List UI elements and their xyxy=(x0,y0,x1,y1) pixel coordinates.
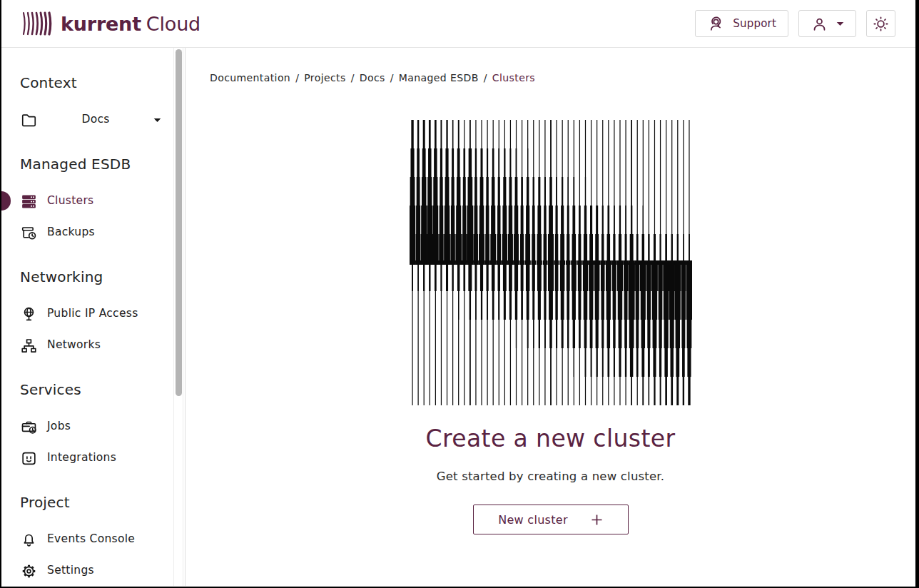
main-content: Documentation/Projects/Docs/Managed ESDB… xyxy=(186,48,915,586)
sidebar-section-context: Context Docs xyxy=(20,74,163,131)
breadcrumb-item-documentation[interactable]: Documentation xyxy=(210,72,290,83)
mic-dot xyxy=(718,24,720,26)
context-selector-label: Docs xyxy=(47,114,144,126)
sidebar-section-managed-esdb: Managed ESDB Clusters xyxy=(20,155,163,243)
section-heading-services: Services xyxy=(20,380,163,399)
sidebar-item-settings[interactable]: Settings xyxy=(20,560,163,582)
user-menu-button[interactable] xyxy=(798,10,856,37)
breadcrumb-item-docs[interactable]: Docs xyxy=(360,72,385,83)
header-actions: Support xyxy=(695,10,895,37)
breadcrumb-separator: / xyxy=(390,72,394,83)
outlet-icon xyxy=(20,450,38,467)
folder-icon xyxy=(20,111,38,129)
plus-icon xyxy=(591,514,603,526)
globe-stand-icon xyxy=(20,305,38,323)
breadcrumb-item-projects[interactable]: Projects xyxy=(304,72,345,83)
logo-product-word: Cloud xyxy=(146,13,200,35)
section-heading-networking: Networking xyxy=(20,268,163,286)
context-selector-docs[interactable]: Docs xyxy=(20,109,161,131)
section-heading-managed-esdb: Managed ESDB xyxy=(20,155,163,173)
theme-toggle-button[interactable] xyxy=(866,10,895,37)
sidebar-item-label: Jobs xyxy=(47,421,71,432)
sidebar-item-label: Public IP Access xyxy=(47,308,138,320)
briefcase-clock-icon xyxy=(20,418,38,436)
section-heading-context: Context xyxy=(20,74,163,92)
chevron-down-icon xyxy=(836,21,844,26)
logo-text: kurrentCloud xyxy=(61,13,200,35)
network-tree-icon xyxy=(20,337,38,355)
app-header: kurrentCloud Support xyxy=(1,0,915,48)
sidebar-section-project: Project Events Console Setting xyxy=(20,493,163,582)
chevron-down-icon xyxy=(153,118,161,123)
clusters-icon xyxy=(20,193,38,211)
sidebar-item-integrations[interactable]: Integrations xyxy=(20,447,163,469)
sidebar-item-label: Settings xyxy=(47,565,94,577)
barcode-wave-illustration xyxy=(410,119,692,406)
section-heading-project: Project xyxy=(20,493,163,512)
sun-icon xyxy=(872,15,890,33)
active-indicator xyxy=(1,191,11,211)
logo-brand-word: kurrent xyxy=(61,13,141,35)
sidebar-item-label: Backups xyxy=(47,227,95,238)
sidebar-section-services: Services Jobs Integration xyxy=(20,380,163,469)
breadcrumb: Documentation/Projects/Docs/Managed ESDB… xyxy=(210,72,915,83)
bell-icon xyxy=(20,531,38,549)
sidebar-item-label: Clusters xyxy=(47,196,94,207)
sidebar-item-events-console[interactable]: Events Console xyxy=(20,529,163,550)
new-cluster-button[interactable]: New cluster xyxy=(473,505,629,534)
breadcrumb-separator: / xyxy=(351,72,355,83)
support-agent-icon xyxy=(707,15,725,33)
sidebar: Context Docs Managed ESDB xyxy=(1,48,186,586)
kurrent-logo-mark xyxy=(21,10,54,37)
sidebar-scrollbar-thumb[interactable] xyxy=(176,49,182,396)
sidebar-item-label: Integrations xyxy=(47,452,116,464)
breadcrumb-item-managed-esdb[interactable]: Managed ESDB xyxy=(399,72,479,83)
sidebar-item-public-ip-access[interactable]: Public IP Access xyxy=(20,303,163,325)
sidebar-scrollbar-track[interactable] xyxy=(173,48,183,586)
sidebar-item-backups[interactable]: Backups xyxy=(20,222,163,243)
sidebar-item-networks[interactable]: Networks xyxy=(20,335,163,356)
backups-icon xyxy=(20,224,38,242)
page-title: Create a new cluster xyxy=(186,425,915,452)
sidebar-item-label: Networks xyxy=(47,340,101,351)
kurrent-cloud-logo[interactable]: kurrentCloud xyxy=(21,10,200,37)
sidebar-item-jobs[interactable]: Jobs xyxy=(20,416,163,437)
user-icon xyxy=(811,15,828,33)
sidebar-item-label: Events Console xyxy=(47,534,135,545)
gear-icon xyxy=(20,562,38,580)
support-button-label: Support xyxy=(733,17,776,30)
sidebar-item-clusters[interactable]: Clusters xyxy=(20,191,163,212)
breadcrumb-item-clusters-current: Clusters xyxy=(492,72,535,83)
new-cluster-button-label: New cluster xyxy=(498,513,568,527)
breadcrumb-separator: / xyxy=(295,72,299,83)
support-button[interactable]: Support xyxy=(695,10,788,37)
breadcrumb-separator: / xyxy=(484,72,487,83)
sidebar-section-networking: Networking Public IP Access xyxy=(20,268,163,356)
page-subtitle: Get started by creating a new cluster. xyxy=(186,470,915,483)
